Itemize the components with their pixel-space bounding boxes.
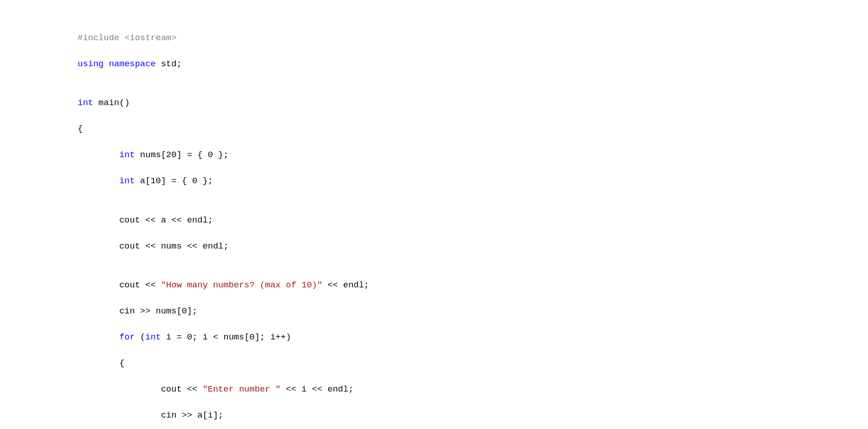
code-line-9: cout << a << endl; <box>78 214 868 227</box>
type-int: int <box>145 332 161 342</box>
code-line-1: #include <iostream> <box>78 32 868 45</box>
string-literal: "How many numbers? (max of 10)" <box>161 280 322 290</box>
brace-open: { <box>119 358 124 368</box>
type-int: int <box>78 98 93 108</box>
indent <box>78 241 119 251</box>
code-line-7: int a[10] = { 0 }; <box>78 175 868 188</box>
keyword-namespace: namespace <box>109 59 156 69</box>
code-line-4: int main() <box>78 96 868 110</box>
keyword-using: using <box>78 59 104 69</box>
stmt-cout: cout << <box>119 280 161 290</box>
code-line-10: cout << nums << endl; <box>78 240 868 253</box>
code-block: #include <iostream> using namespace std;… <box>0 0 868 429</box>
indent <box>78 306 119 316</box>
code-line-2: using namespace std; <box>78 58 868 71</box>
identifier-std: std; <box>156 59 182 69</box>
preprocessor-directive: #include <box>78 33 125 43</box>
paren-open: ( <box>135 332 145 342</box>
type-int: int <box>119 150 135 160</box>
brace-open: { <box>78 124 83 134</box>
indent <box>78 410 161 420</box>
keyword-for: for <box>119 332 135 342</box>
stmt-cin: cin >> a[i]; <box>161 410 223 420</box>
code-line-12: cout << "How many numbers? (max of 10)" … <box>78 279 868 292</box>
code-line-17: cin >> a[i]; <box>78 409 868 422</box>
code-line-15: { <box>78 357 868 370</box>
stmt-endl: << endl; <box>322 280 369 290</box>
string-literal: "Enter number " <box>203 384 281 394</box>
type-int: int <box>119 176 135 186</box>
include-target: <iostream> <box>125 33 177 43</box>
indent <box>78 358 119 368</box>
stmt-cin: cin >> nums[0]; <box>119 306 197 316</box>
indent <box>78 176 119 186</box>
indent <box>78 332 119 342</box>
function-main: main() <box>93 98 130 108</box>
for-condition: i = 0; i < nums[0]; i++) <box>161 332 291 342</box>
stmt-cout-a: cout << a << endl; <box>119 215 213 225</box>
indent <box>78 384 161 394</box>
indent <box>78 280 119 290</box>
declaration-a: a[10] = { 0 }; <box>135 176 213 186</box>
stmt-cout-nums: cout << nums << endl; <box>119 241 228 251</box>
indent <box>78 150 119 160</box>
code-line-16: cout << "Enter number " << i << endl; <box>78 383 868 396</box>
code-line-14: for (int i = 0; i < nums[0]; i++) <box>78 331 868 344</box>
stmt-cout: cout << <box>161 384 202 394</box>
code-line-5: { <box>78 122 868 136</box>
declaration-nums: nums[20] = { 0 }; <box>135 150 228 160</box>
stmt-rest: << i << endl; <box>281 384 354 394</box>
code-line-6: int nums[20] = { 0 }; <box>78 148 868 162</box>
indent <box>78 215 119 225</box>
code-line-13: cin >> nums[0]; <box>78 305 868 318</box>
